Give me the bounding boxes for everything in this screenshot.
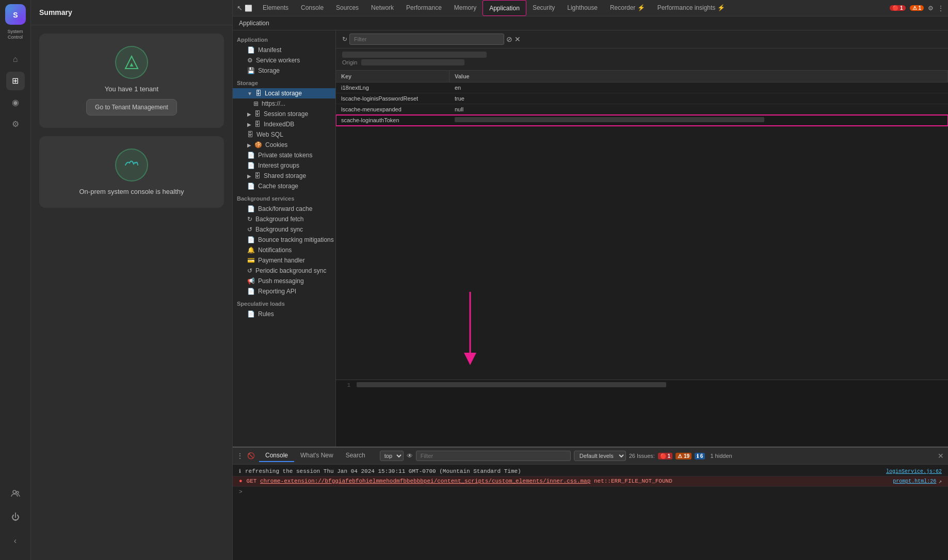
tree-item-web-sql[interactable]: 🗄 Web SQL: [233, 129, 335, 140]
sidebar-icon-settings[interactable]: ⚙: [6, 115, 25, 134]
tab-perf-insights[interactable]: Performance insights ⚡: [651, 0, 731, 16]
cache-storage-label: Cache storage: [258, 183, 298, 190]
storage-url-area: Origin: [336, 48, 948, 71]
issues-label: 26 Issues:: [629, 453, 655, 459]
tab-memory[interactable]: Memory: [448, 0, 483, 16]
inspect-icon[interactable]: ↖: [237, 4, 243, 12]
tree-item-https[interactable]: ⊞ https://...: [233, 98, 335, 109]
sidebar-icon-users[interactable]: [6, 484, 25, 503]
tree-item-session-storage[interactable]: ▶ 🗄 Session storage: [233, 109, 335, 119]
tree-item-indexeddb[interactable]: ▶ 🗄 IndexedDB: [233, 119, 335, 129]
tree-item-shared-storage[interactable]: ▶ 🗄 Shared storage: [233, 171, 335, 181]
filter-close-icon[interactable]: ✕: [515, 35, 521, 43]
tree-item-service-workers[interactable]: ⚙ Service workers: [233, 55, 335, 65]
indexeddb-label: IndexedDB: [264, 121, 294, 128]
console-message-info: ℹ refreshing the session Thu Jan 04 2024…: [233, 467, 948, 476]
tab-performance[interactable]: Performance: [400, 0, 448, 16]
push-icon: 📢: [247, 277, 255, 285]
svg-point-2: [13, 490, 16, 493]
payment-icon: 💳: [247, 257, 255, 264]
console-menu-icon[interactable]: ⋮: [237, 452, 243, 459]
sidebar-icon-home[interactable]: ⌂: [6, 50, 25, 69]
tree-item-cache-storage[interactable]: 📄 Cache storage: [233, 181, 335, 191]
tree-item-manifest[interactable]: 📄 Manifest: [233, 45, 335, 55]
issue-badge-red: 🔴 1: [658, 453, 672, 459]
filter-input[interactable]: [349, 34, 504, 45]
tree-item-notifications[interactable]: 🔔 Notifications: [233, 245, 335, 255]
chrome-ext-link[interactable]: chrome-extension://bfggiafebfohielmmehod…: [260, 478, 590, 484]
go-to-tenant-button[interactable]: Go to Tenant Management: [86, 99, 177, 116]
console-filter-input[interactable]: [416, 451, 571, 461]
tree-item-interest-groups[interactable]: 📄 Interest groups: [233, 160, 335, 171]
console-level-select[interactable]: Default levels: [574, 451, 626, 461]
console-controls: top 👁 Default levels 26 Issues: 🔴 1 ⚠ 19…: [380, 451, 732, 461]
row-key-menu-expanded: lscache-menuexpanded: [336, 104, 449, 114]
table-row[interactable]: lscache-menuexpanded null: [336, 104, 948, 115]
tab-lighthouse[interactable]: Lighthouse: [561, 0, 604, 16]
tree-item-back-forward-cache[interactable]: 📄 Back/forward cache: [233, 204, 335, 214]
tree-item-payment-handler[interactable]: 💳 Payment handler: [233, 255, 335, 266]
console-prompt[interactable]: >: [233, 487, 948, 497]
app-logo: S: [5, 4, 26, 25]
console-close-icon[interactable]: ✕: [938, 452, 944, 460]
tree-item-storage-top[interactable]: 💾 Storage: [233, 65, 335, 76]
warn-badge: ⚠ 1: [910, 5, 924, 11]
web-sql-label: Web SQL: [256, 131, 283, 138]
json-preview: 1: [336, 380, 948, 447]
https-label: https://...: [262, 100, 285, 107]
more-options-icon[interactable]: ⋮: [938, 5, 944, 12]
storage-label: Storage: [258, 67, 280, 74]
table-row[interactable]: i18nextLng en: [336, 83, 948, 93]
notifications-icon: 🔔: [247, 246, 255, 254]
cookies-arrow: ▶: [247, 142, 251, 148]
origin-label: Origin: [342, 59, 357, 65]
console-message-error: ● GET chrome-extension://bfggiafebfohiel…: [233, 476, 948, 487]
sidebar-icon-chart[interactable]: ◉: [6, 93, 25, 112]
console-info-text: refreshing the session Thu Jan 04 2024 1…: [245, 468, 521, 474]
tab-sources[interactable]: Sources: [330, 0, 365, 16]
tab-console[interactable]: Console: [295, 0, 330, 16]
eye-icon[interactable]: 👁: [407, 452, 413, 459]
health-card: On-prem system console is healthy: [39, 136, 224, 208]
storage-url-blurred: [342, 52, 487, 58]
session-storage-icon: 🗄: [254, 110, 261, 118]
tab-security[interactable]: Security: [526, 0, 561, 16]
row-key-i18n: i18nextLng: [336, 83, 449, 93]
tab-search[interactable]: Search: [340, 450, 372, 462]
tree-section-background: Background services: [233, 193, 335, 204]
devtools-toolbar: ↖ ⬜ Elements Console Sources Network Per…: [233, 0, 948, 17]
tab-whats-new[interactable]: What's New: [294, 450, 340, 462]
sidebar-icon-layers[interactable]: ⊞: [6, 72, 25, 90]
tree-item-reporting-api[interactable]: 📄 Reporting API: [233, 286, 335, 297]
top-selector[interactable]: top: [380, 451, 404, 461]
row-value-i18n: en: [449, 83, 948, 93]
sidebar-icon-collapse[interactable]: ‹: [6, 532, 25, 550]
tree-item-background-fetch[interactable]: ↻ Background fetch: [233, 214, 335, 224]
prompt-html-link[interactable]: prompt.html:26: [893, 479, 936, 484]
refresh-icon[interactable]: ↻: [342, 36, 347, 43]
tree-item-background-sync[interactable]: ↺ Background sync: [233, 224, 335, 235]
login-service-link[interactable]: loginService.js:62: [886, 469, 942, 474]
tree-item-push-messaging[interactable]: 📢 Push messaging: [233, 276, 335, 286]
tree-item-local-storage[interactable]: ▼ 🗄 Local storage: [233, 88, 335, 98]
table-row[interactable]: lscache-loginisPasswordReset true: [336, 93, 948, 104]
tab-elements[interactable]: Elements: [256, 0, 295, 16]
tree-item-cookies[interactable]: ▶ 🍪 Cookies: [233, 140, 335, 150]
tree-item-rules[interactable]: 📄 Rules: [233, 309, 335, 319]
tree-item-periodic-bg-sync[interactable]: ↺ Periodic background sync: [233, 266, 335, 276]
tab-recorder[interactable]: Recorder ⚡: [604, 0, 651, 16]
settings-gear-icon[interactable]: ⚙: [928, 5, 934, 12]
row-key-auth-token: scache-loginauthToken: [336, 115, 449, 125]
device-icon[interactable]: ⬜: [245, 5, 252, 12]
table-row-highlighted[interactable]: scache-loginauthToken: [336, 115, 948, 126]
svg-text:S: S: [13, 11, 18, 19]
sidebar-icon-power[interactable]: ⏻: [6, 508, 25, 526]
filter-clear-icon[interactable]: ⊘: [506, 35, 512, 43]
tree-item-bounce-tracking[interactable]: 📄 Bounce tracking mitigations: [233, 235, 335, 245]
tab-network[interactable]: Network: [365, 0, 400, 16]
console-clear-icon[interactable]: 🚫: [247, 452, 255, 459]
tab-application[interactable]: Application: [483, 0, 526, 16]
tab-console-bottom[interactable]: Console: [259, 450, 294, 462]
tree-item-private-state-tokens[interactable]: 📄 Private state tokens: [233, 150, 335, 160]
devtools-main-area: Application 📄 Manifest ⚙ Service workers…: [233, 30, 948, 447]
